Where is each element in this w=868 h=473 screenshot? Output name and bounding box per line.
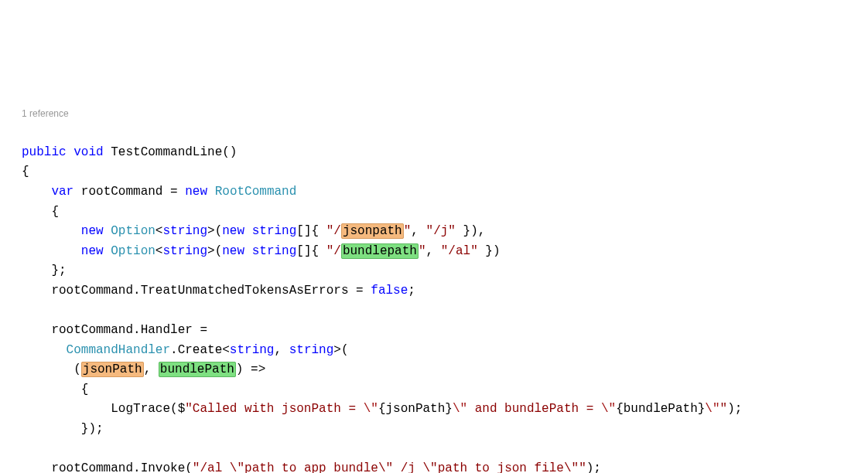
highlight-bundlePath-param: bundlePath <box>159 362 236 377</box>
keyword-new: new <box>222 224 244 238</box>
keyword-new: new <box>81 224 104 238</box>
string-al-alias: "/al" <box>441 244 478 258</box>
keyword-new: new <box>81 244 104 258</box>
type-CommandHandler: CommandHandler <box>67 343 170 357</box>
codelens-reference[interactable]: 1 reference <box>22 107 868 121</box>
method-Invoke: Invoke <box>141 461 186 473</box>
string-delim: " <box>404 224 412 238</box>
var-rootCommand: rootCommand <box>51 284 133 298</box>
keyword-new: new <box>222 244 244 258</box>
code-editor[interactable]: 1 reference public void TestCommandLine(… <box>0 79 868 473</box>
keyword-string: string <box>252 244 297 258</box>
prop-TreatUnmatched: TreatUnmatchedTokensAsErrors <box>141 284 349 298</box>
keyword-var: var <box>51 185 73 199</box>
string-delim: "/ <box>326 224 341 238</box>
code-line: public void TestCommandLine() { var root… <box>22 145 742 473</box>
var-rootCommand: rootCommand <box>51 323 133 337</box>
type-Option: Option <box>111 224 155 238</box>
interp-jsonPath: {jsonPath} <box>378 402 453 416</box>
string-part: and bundlePath = <box>467 402 601 416</box>
highlight-jsonPath-param: jsonPath <box>81 362 144 377</box>
var-rootCommand: rootCommand <box>51 461 133 473</box>
string-end: " <box>720 402 728 416</box>
keyword-new: new <box>185 185 207 199</box>
method-LogTrace: LogTrace <box>111 402 170 416</box>
string-delim: "/ <box>326 244 341 258</box>
keyword-string: string <box>162 224 207 238</box>
string-escape: \" <box>601 402 616 416</box>
string-escape: \" <box>364 402 378 416</box>
keyword-public: public <box>22 145 67 159</box>
highlight-jsonpath: jsonpath <box>341 223 404 239</box>
string-escape: \" <box>453 402 467 416</box>
string-j-alias: "/j" <box>426 224 456 238</box>
type-RootCommand: RootCommand <box>215 185 297 199</box>
var-rootCommand: rootCommand <box>81 185 163 199</box>
string-escape: \" <box>705 402 719 416</box>
string-part: "Called with jsonPath = <box>185 402 363 416</box>
prop-Handler: Handler <box>141 323 193 337</box>
interp-bundlePath: {bundlePath} <box>616 402 705 416</box>
method-Create: Create <box>178 343 223 357</box>
keyword-string: string <box>230 343 275 357</box>
string-invoke-arg: "/al \"path to app bundle\" /j \"path to… <box>193 461 586 473</box>
keyword-string: string <box>289 343 334 357</box>
method-name: TestCommandLine <box>111 145 222 159</box>
keyword-string: string <box>162 244 207 258</box>
highlight-bundlepath: bundlepath <box>341 243 419 259</box>
keyword-string: string <box>252 224 297 238</box>
string-delim: " <box>419 244 426 258</box>
keyword-void: void <box>73 145 103 159</box>
keyword-false: false <box>371 284 408 298</box>
type-Option: Option <box>111 244 155 258</box>
